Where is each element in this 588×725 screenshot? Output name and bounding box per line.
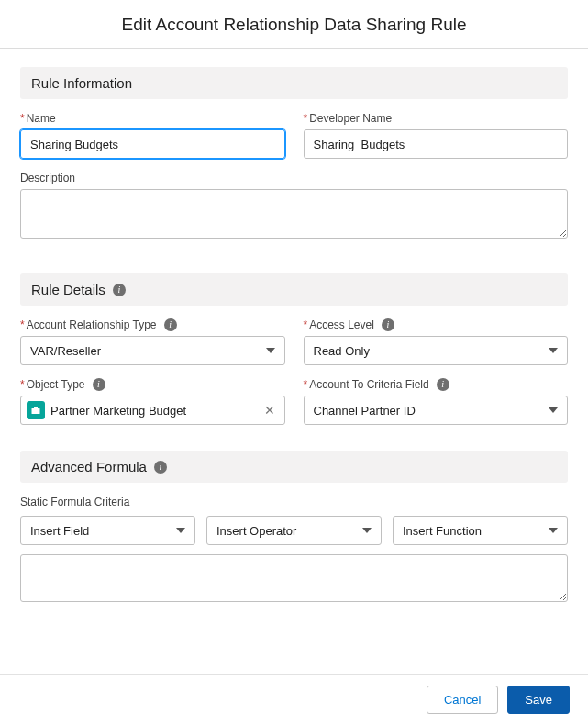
object-type-label: * Object Type i <box>20 378 285 391</box>
section-title: Rule Information <box>31 75 132 91</box>
insert-field-select[interactable]: Insert Field <box>20 516 195 545</box>
required-asterisk: * <box>20 112 25 125</box>
developer-name-label: * Developer Name <box>304 112 569 125</box>
object-icon <box>27 401 45 419</box>
section-title: Advanced Formula <box>31 459 147 474</box>
svg-rect-0 <box>32 408 40 414</box>
clear-icon[interactable]: ✕ <box>261 403 279 418</box>
name-input[interactable] <box>20 129 285 159</box>
access-level-select[interactable]: Read Only <box>304 336 569 365</box>
required-asterisk: * <box>20 378 25 391</box>
name-label: * Name <box>20 112 285 125</box>
save-button[interactable]: Save <box>507 686 570 714</box>
account-to-criteria-label: * Account To Criteria Field i <box>304 378 569 391</box>
section-advanced-formula: Advanced Formula i <box>20 451 568 483</box>
object-type-pill: Partner Marketing Budget <box>27 401 186 419</box>
info-icon[interactable]: i <box>93 378 105 391</box>
section-rule-details: Rule Details i <box>20 273 568 306</box>
cancel-button[interactable]: Cancel <box>427 686 498 714</box>
insert-operator-select[interactable]: Insert Operator <box>206 516 382 545</box>
svg-rect-1 <box>34 407 38 408</box>
object-type-input[interactable]: Partner Marketing Budget ✕ <box>20 396 285 425</box>
description-label: Description <box>20 172 568 184</box>
account-relationship-type-select[interactable]: VAR/Reseller <box>20 336 285 365</box>
chevron-down-icon <box>549 348 558 353</box>
modal-title: Edit Account Relationship Data Sharing R… <box>0 0 588 48</box>
required-asterisk: * <box>304 112 308 125</box>
info-icon[interactable]: i <box>437 378 449 391</box>
required-asterisk: * <box>304 318 308 331</box>
info-icon[interactable]: i <box>154 461 167 474</box>
required-asterisk: * <box>304 378 308 391</box>
formula-textarea[interactable] <box>20 554 568 602</box>
chevron-down-icon <box>266 348 275 353</box>
info-icon[interactable]: i <box>113 284 126 296</box>
modal-footer: Cancel Save <box>0 674 588 725</box>
static-formula-criteria-label: Static Formula Criteria <box>20 496 568 508</box>
developer-name-input[interactable] <box>304 129 569 159</box>
chevron-down-icon <box>176 528 185 533</box>
insert-function-select[interactable]: Insert Function <box>393 516 568 545</box>
access-level-label: * Access Level i <box>304 318 569 331</box>
modal-body: Rule Information * Name * Developer Name… <box>0 49 588 674</box>
chevron-down-icon <box>549 407 558 413</box>
chevron-down-icon <box>362 528 372 533</box>
section-title: Rule Details <box>31 282 105 297</box>
account-to-criteria-select[interactable]: Channel Partner ID <box>304 396 569 425</box>
chevron-down-icon <box>549 528 558 533</box>
info-icon[interactable]: i <box>164 318 177 331</box>
info-icon[interactable]: i <box>382 318 394 331</box>
section-rule-information: Rule Information <box>20 67 568 99</box>
description-textarea[interactable] <box>20 189 568 239</box>
account-relationship-type-label: * Account Relationship Type i <box>20 318 285 331</box>
required-asterisk: * <box>20 318 25 331</box>
